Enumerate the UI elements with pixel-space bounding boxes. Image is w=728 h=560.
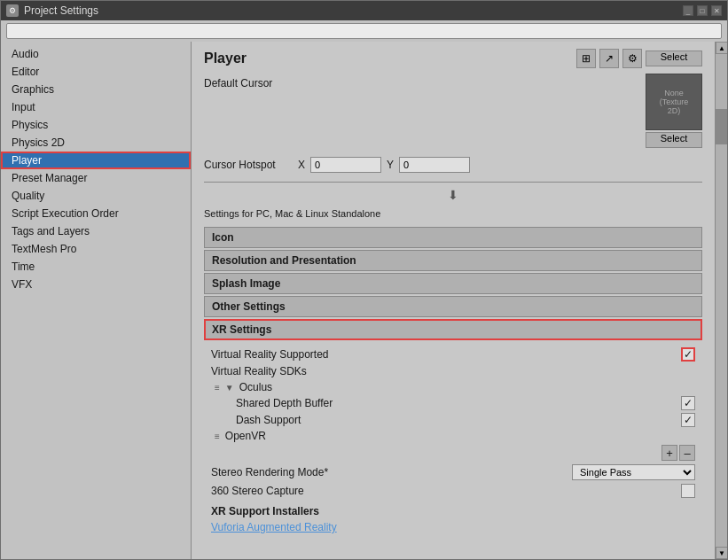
select-button[interactable]: Select	[646, 51, 702, 66]
scrollbar-up-button[interactable]: ▲	[716, 42, 727, 54]
sidebar-item-time[interactable]: Time	[1, 258, 191, 276]
shared-depth-row: Shared Depth Buffer	[211, 396, 695, 410]
window-title: Project Settings	[24, 4, 98, 17]
vr-supported-label: Virtual Reality Supported	[211, 348, 674, 361]
default-cursor-label: Default Cursor	[204, 74, 293, 89]
stereo-360-row: 360 Stereo Capture	[211, 484, 695, 498]
oculus-row: ≡ ▼ Oculus	[211, 381, 695, 393]
sidebar-item-preset-manager[interactable]: Preset Manager	[1, 169, 191, 187]
dash-support-row: Dash Support	[211, 413, 695, 427]
scrollable-content: Default Cursor None(Texture2D) Select Cu…	[192, 74, 715, 559]
project-settings-window: ⚙ Project Settings _ □ ✕ Audio Editor Gr…	[0, 0, 728, 560]
section-splash[interactable]: Splash Image	[204, 273, 702, 294]
main-content: Audio Editor Graphics Input Physics Phys…	[1, 42, 727, 559]
sidebar-item-textmesh-pro[interactable]: TextMesh Pro	[1, 240, 191, 258]
openvr-row: ≡ OpenVR	[211, 430, 695, 442]
hotspot-y-input[interactable]	[399, 157, 470, 173]
openvr-equals-icon: ≡	[215, 432, 220, 441]
maximize-button[interactable]: □	[697, 5, 708, 16]
sidebar-item-physics2d[interactable]: Physics 2D	[1, 134, 191, 152]
sdk-triangle-icon: ▼	[225, 383, 234, 393]
stereo-mode-label: Stereo Rendering Mode*	[211, 466, 565, 478]
scrollbar-thumb[interactable]	[716, 109, 727, 144]
search-input[interactable]	[6, 23, 722, 39]
scrollbar-down-button[interactable]: ▼	[716, 547, 727, 559]
title-bar-left: ⚙ Project Settings	[6, 4, 98, 17]
section-resolution[interactable]: Resolution and Presentation	[204, 250, 702, 271]
texture-preview: None(Texture2D)	[646, 74, 702, 130]
divider	[204, 182, 702, 183]
texture-label: None(Texture2D)	[660, 89, 689, 115]
scrollbar-track-area	[716, 54, 727, 547]
close-button[interactable]: ✕	[711, 5, 722, 16]
shared-depth-label: Shared Depth Buffer	[236, 397, 674, 409]
vuforia-link[interactable]: Vuforia Augmented Reality	[211, 521, 695, 533]
content-header: Player ⊞ ↗ ⚙ Select	[192, 42, 715, 74]
oculus-label: Oculus	[239, 381, 272, 393]
sidebar-item-input[interactable]: Input	[1, 98, 191, 116]
stereo-360-checkbox[interactable]	[681, 484, 695, 498]
page-title: Player	[204, 51, 247, 66]
remove-sdk-button[interactable]: –	[679, 445, 695, 461]
sidebar-item-script-execution-order[interactable]: Script Execution Order	[1, 205, 191, 222]
content-area: Player ⊞ ↗ ⚙ Select Default Cursor	[192, 42, 715, 559]
vr-sdks-label: Virtual Reality SDKs	[211, 365, 695, 377]
export-icon-button[interactable]: ↗	[599, 49, 619, 68]
sidebar-item-tags-and-layers[interactable]: Tags and Layers	[1, 222, 191, 240]
texture-select-button[interactable]: Select	[646, 132, 702, 148]
add-remove-row: + –	[211, 445, 695, 461]
y-label: Y	[387, 159, 394, 171]
sidebar-item-quality[interactable]: Quality	[1, 187, 191, 205]
dash-support-checkbox[interactable]	[681, 413, 695, 427]
vr-supported-row: Virtual Reality Supported	[211, 347, 695, 362]
title-bar: ⚙ Project Settings _ □ ✕	[1, 1, 727, 20]
texture-box: None(Texture2D) Select	[646, 74, 702, 148]
header-icons: ⊞ ↗ ⚙ Select	[576, 49, 702, 68]
stereo-360-label: 360 Stereo Capture	[211, 485, 674, 497]
shared-depth-checkbox[interactable]	[681, 396, 695, 410]
openvr-label: OpenVR	[225, 430, 266, 442]
download-icon: ⬇	[204, 188, 702, 202]
x-label: X	[298, 159, 305, 171]
sidebar-item-physics[interactable]: Physics	[1, 116, 191, 134]
default-cursor-row: Default Cursor None(Texture2D) Select	[204, 74, 702, 148]
minimize-button[interactable]: _	[683, 5, 693, 16]
xr-support-header: XR Support Installers	[211, 505, 695, 517]
sidebar-item-graphics[interactable]: Graphics	[1, 81, 191, 98]
section-other[interactable]: Other Settings	[204, 296, 702, 317]
cursor-hotspot-row: Cursor Hotspot X Y	[204, 157, 702, 173]
section-xr[interactable]: XR Settings	[204, 319, 702, 340]
stereo-mode-select[interactable]: Single Pass Multi Pass Single Pass Insta…	[572, 464, 695, 480]
dash-support-label: Dash Support	[236, 414, 674, 426]
section-icon[interactable]: Icon	[204, 227, 702, 248]
window-icon: ⚙	[6, 4, 19, 17]
settings-icon-button[interactable]: ⚙	[622, 49, 642, 68]
cursor-hotspot-label: Cursor Hotspot	[204, 159, 293, 171]
layout-icon-button[interactable]: ⊞	[576, 49, 596, 68]
stereo-mode-row: Stereo Rendering Mode* Single Pass Multi…	[211, 464, 695, 480]
xr-settings-content: Virtual Reality Supported Virtual Realit…	[204, 342, 702, 539]
sidebar-item-audio[interactable]: Audio	[1, 45, 191, 63]
platform-label: Settings for PC, Mac & Linux Standalone	[204, 206, 702, 222]
title-bar-controls: _ □ ✕	[683, 5, 722, 16]
vr-sdks-row: Virtual Reality SDKs	[211, 365, 695, 377]
content-with-scroll: Player ⊞ ↗ ⚙ Select Default Cursor	[192, 42, 727, 559]
search-bar	[1, 20, 727, 42]
vr-supported-checkbox[interactable]	[681, 347, 695, 362]
hotspot-x-input[interactable]	[310, 157, 381, 173]
add-sdk-button[interactable]: +	[661, 445, 677, 461]
sidebar-item-vfx[interactable]: VFX	[1, 276, 191, 293]
sidebar-item-editor[interactable]: Editor	[1, 63, 191, 81]
sidebar: Audio Editor Graphics Input Physics Phys…	[1, 42, 192, 559]
sdk-equals-icon: ≡	[215, 383, 220, 393]
scrollbar: ▲ ▼	[715, 42, 727, 559]
sidebar-item-player[interactable]: Player	[1, 152, 191, 169]
